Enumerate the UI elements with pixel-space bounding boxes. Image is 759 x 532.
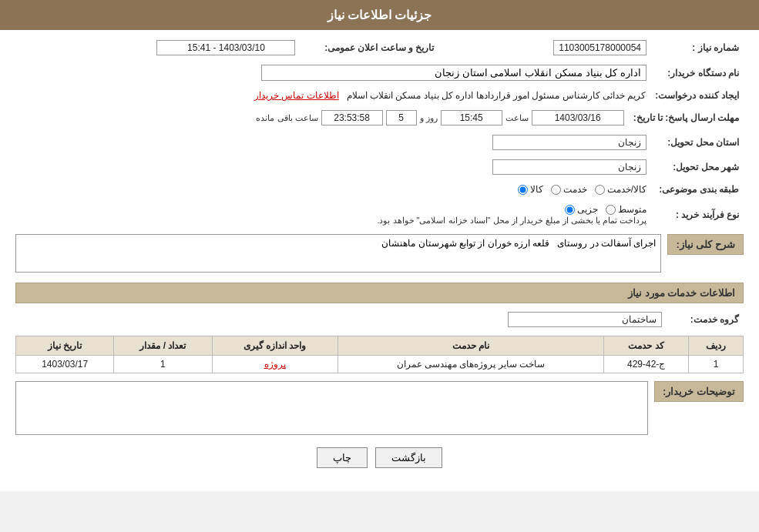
info-row-6: شهر محل تحویل: زنجان: [15, 157, 744, 177]
page-title: جزئیات اطلاعات نیاز: [327, 8, 432, 22]
page-header: جزئیات اطلاعات نیاز: [0, 0, 759, 30]
col-header-qty: تعداد / مقدار: [114, 336, 212, 356]
creator-label: ایجاد کننده درخواست:: [650, 88, 744, 103]
cell-row: 1: [688, 356, 743, 373]
category-khadamat-label: خدمت: [563, 184, 587, 195]
purchase-jozvi-radio[interactable]: [565, 205, 575, 215]
info-row-4: مهلت ارسال پاسخ: تا تاریخ: 1403/03/16 سا…: [15, 108, 744, 128]
buyer-value-cell: [15, 62, 651, 83]
response-date: 1403/03/16: [532, 110, 624, 125]
service-group-value-cell: ساختمان: [15, 309, 667, 330]
button-row: بازگشت چاپ: [15, 447, 744, 468]
info-row-7: طبقه بندی موضوعی: کالا/خدمت خدمت کالا: [15, 182, 744, 197]
response-day-label: روز و: [420, 113, 438, 123]
table-row: 1 ج-42-429 ساخت سایر پروژه‌های مهندسی عم…: [16, 356, 744, 373]
response-time-label: ساعت: [505, 113, 529, 123]
need-number-value: 1103005178000054: [553, 40, 646, 55]
services-table: ردیف کد حدمت نام حدمت واحد اندازه گیری ت…: [15, 336, 744, 373]
description-section-header: شرح کلی نیاز:: [667, 234, 744, 255]
purchase-jozvi[interactable]: جزیی: [565, 204, 598, 215]
payment-note: پرداخت تمام یا بخشی از مبلغ خریدار از مح…: [377, 216, 646, 225]
cell-code: ج-42-429: [604, 356, 689, 373]
info-row-3: ایجاد کننده درخواست: کریم خدائی کارشناس …: [15, 88, 744, 103]
category-kala-khadamat-radio[interactable]: [595, 185, 605, 195]
response-remaining: 23:53:58: [321, 110, 383, 125]
need-number-label: شماره نیاز :: [651, 38, 744, 58]
cell-name: ساخت سایر پروژه‌های مهندسی عمران: [338, 356, 604, 373]
response-date-label: مهلت ارسال پاسخ: تا تاریخ:: [629, 108, 744, 128]
purchase-type-cell: متوسط جزیی پرداخت تمام یا بخشی از مبلغ خ…: [15, 202, 651, 228]
col-header-unit: واحد اندازه گیری: [212, 336, 338, 356]
col-header-code: کد حدمت: [604, 336, 689, 356]
category-label: طبقه بندی موضوعی:: [651, 182, 744, 197]
category-khadamat[interactable]: خدمت: [551, 184, 587, 195]
description-row: شرح کلی نیاز:: [15, 234, 744, 275]
category-khadamat-radio[interactable]: [551, 185, 561, 195]
contact-link[interactable]: اطلاعات تماس خریدار: [254, 90, 339, 101]
info-row-2: نام دستگاه خریدار:: [15, 62, 744, 83]
response-date-cell: 1403/03/16 ساعت 15:45 روز و 5 23:53:58 س…: [15, 108, 629, 128]
description-textarea[interactable]: [15, 234, 661, 273]
purchase-motavasset[interactable]: متوسط: [606, 204, 646, 215]
buyer-label: نام دستگاه خریدار:: [651, 62, 744, 83]
category-kala-khadamat-label: کالا/خدمت: [607, 184, 646, 195]
info-row-8: نوع فرآیند خرید : متوسط جزیی پرداخت تمام…: [15, 202, 744, 228]
response-day: 5: [386, 110, 417, 125]
page-wrapper: جزئیات اطلاعات نیاز شماره نیاز : 1103005…: [0, 0, 759, 491]
date-label: تاریخ و ساعت اعلان عمومی:: [300, 38, 438, 58]
category-kala[interactable]: کالا: [518, 184, 543, 195]
province-label: استان محل تحویل:: [651, 132, 744, 152]
col-header-row: ردیف: [688, 336, 743, 356]
province-value: زنجان: [492, 135, 646, 150]
col-header-name: نام حدمت: [338, 336, 604, 356]
info-row-1: شماره نیاز : 1103005178000054 تاریخ و سا…: [15, 38, 744, 58]
service-group-row: گروه خدمت: ساختمان: [15, 309, 744, 330]
need-number-value-cell: 1103005178000054: [454, 38, 651, 58]
date-value: 1403/03/10 - 15:41: [156, 40, 295, 55]
purchase-motavasset-label: متوسط: [618, 204, 646, 215]
comments-content: [15, 381, 648, 435]
purchase-type-label: نوع فرآیند خرید :: [651, 202, 744, 228]
buyer-value[interactable]: [261, 65, 646, 81]
cell-date: 1403/03/17: [16, 356, 114, 373]
print-button[interactable]: چاپ: [317, 447, 368, 468]
cell-qty: 1: [114, 356, 212, 373]
creator-value-cell: کریم خدائی کارشناس مسئول امور قراردادها …: [15, 88, 650, 103]
city-value: زنجان: [492, 159, 646, 175]
response-remaining-label: ساعت باقی مانده: [256, 113, 317, 123]
service-group-label: گروه خدمت:: [667, 309, 744, 330]
col-header-date: تاریخ نیاز: [16, 336, 114, 356]
response-time: 15:45: [441, 110, 502, 125]
comments-label: توضیحات خریدار:: [654, 381, 744, 402]
comments-row: توضیحات خریدار:: [15, 381, 744, 435]
category-kala-label: کالا: [530, 184, 543, 195]
back-button[interactable]: بازگشت: [375, 447, 442, 468]
date-value-cell: 1403/03/10 - 15:41: [15, 38, 300, 58]
services-section-header: اطلاعات خدمات مورد نیاز: [15, 283, 744, 303]
purchase-jozvi-label: جزیی: [577, 204, 598, 215]
category-kala-khadamat[interactable]: کالا/خدمت: [595, 184, 646, 195]
creator-value: کریم خدائی کارشناس مسئول امور قراردادها …: [347, 90, 646, 101]
category-kala-radio[interactable]: [518, 185, 528, 195]
purchase-motavasset-radio[interactable]: [606, 205, 616, 215]
province-value-cell: زنجان: [15, 132, 651, 152]
category-options-cell: کالا/خدمت خدمت کالا: [15, 182, 651, 197]
service-group-value: ساختمان: [508, 312, 662, 327]
city-label: شهر محل تحویل:: [651, 157, 744, 177]
info-row-5: استان محل تحویل: زنجان: [15, 132, 744, 152]
description-content: [15, 234, 661, 275]
city-value-cell: زنجان: [15, 157, 651, 177]
cell-unit[interactable]: پروژه: [212, 356, 338, 373]
main-content: شماره نیاز : 1103005178000054 تاریخ و سا…: [0, 30, 759, 476]
comments-textarea[interactable]: [15, 381, 648, 435]
